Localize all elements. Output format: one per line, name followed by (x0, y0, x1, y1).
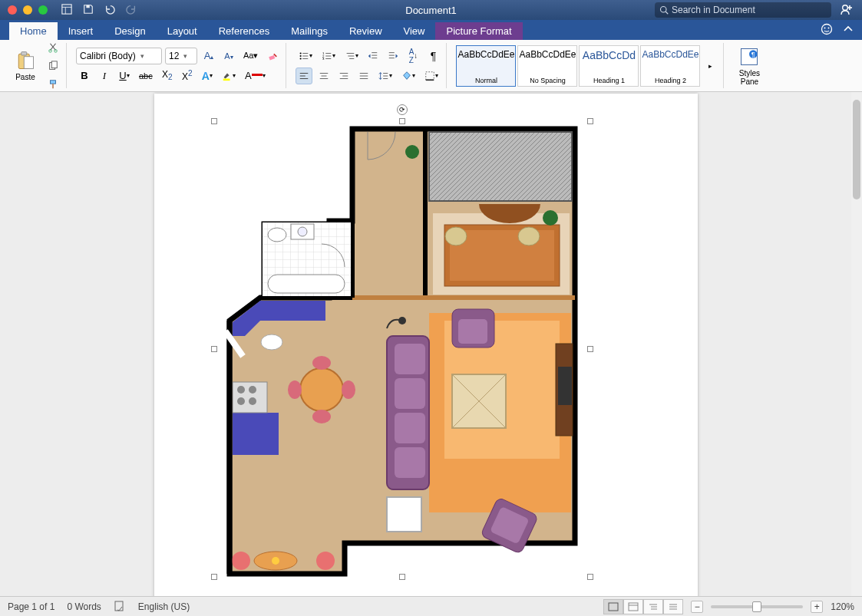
align-left-button[interactable] (296, 68, 312, 84)
svg-rect-20 (52, 84, 54, 88)
selected-image[interactable]: ⟳ (214, 121, 590, 577)
align-right-button[interactable] (335, 68, 352, 84)
style-normal[interactable]: AaBbCcDdEe Normal (456, 45, 516, 87)
shading-button[interactable]: ▾ (398, 68, 418, 84)
svg-rect-120 (115, 601, 123, 611)
scrollbar-thumb[interactable] (853, 100, 860, 199)
style-heading-1[interactable]: AaBbCcDd Heading 1 (579, 45, 639, 87)
svg-point-82 (543, 210, 558, 226)
zoom-in-button[interactable]: + (811, 601, 823, 613)
tab-references[interactable]: References (208, 22, 280, 40)
tab-review[interactable]: Review (339, 22, 393, 40)
line-spacing-button[interactable]: ▾ (375, 68, 395, 84)
tab-layout[interactable]: Layout (157, 22, 208, 40)
svg-point-113 (342, 380, 355, 399)
grow-font-button[interactable]: A▴ (200, 48, 217, 64)
show-marks-button[interactable]: ¶ (424, 48, 441, 64)
svg-point-4 (661, 7, 667, 13)
svg-rect-18 (51, 61, 57, 68)
spellcheck-icon[interactable] (114, 599, 126, 614)
undo-icon[interactable] (104, 4, 115, 17)
shrink-font-button[interactable]: A▾ (220, 48, 237, 64)
tab-design[interactable]: Design (104, 22, 156, 40)
numbering-button[interactable]: 123▾ (319, 48, 339, 64)
strikethrough-button[interactable]: abc (136, 68, 156, 84)
increase-indent-button[interactable] (385, 48, 401, 64)
tab-home[interactable]: Home (9, 22, 58, 40)
sort-button[interactable]: AZ↓ (405, 48, 421, 64)
svg-point-106 (237, 397, 245, 405)
draft-view-button[interactable] (663, 599, 683, 614)
close-window-button[interactable] (8, 5, 17, 15)
superscript-button[interactable]: X2 (179, 68, 196, 84)
clipboard-group: Paste (5, 43, 67, 88)
collapse-ribbon-icon[interactable] (842, 23, 854, 38)
styles-pane-button[interactable]: ¶ Styles Pane (733, 44, 765, 88)
highlight-button[interactable]: ▾ (219, 68, 239, 84)
decrease-indent-button[interactable] (365, 48, 381, 64)
outline-view-button[interactable] (643, 599, 663, 614)
align-center-button[interactable] (315, 68, 332, 84)
search-icon (659, 5, 669, 15)
zoom-level[interactable]: 120% (831, 601, 854, 612)
quick-access-toolbar (61, 4, 137, 17)
svg-rect-103 (233, 382, 267, 413)
search-box[interactable]: Search in Document (655, 2, 831, 18)
svg-point-117 (316, 552, 335, 570)
change-case-button[interactable]: Aa▾ (240, 48, 261, 64)
page-indicator[interactable]: Page 1 of 1 (8, 601, 54, 612)
language-indicator[interactable]: English (US) (138, 601, 190, 612)
svg-point-112 (288, 380, 302, 399)
svg-point-11 (828, 27, 830, 28)
tab-mailings[interactable]: Mailings (280, 22, 339, 40)
redo-icon[interactable] (126, 4, 137, 17)
word-count[interactable]: 0 Words (67, 601, 101, 612)
tab-insert[interactable]: Insert (58, 22, 104, 40)
print-layout-view-button[interactable] (603, 599, 623, 614)
copy-button[interactable] (45, 58, 61, 74)
borders-button[interactable]: ▾ (421, 68, 441, 84)
svg-point-6 (843, 5, 848, 10)
justify-button[interactable] (355, 68, 372, 84)
search-placeholder: Search in Document (672, 5, 755, 15)
minimize-window-button[interactable] (23, 5, 32, 15)
styles-more-button[interactable]: ▸ (702, 45, 718, 87)
svg-rect-102 (233, 413, 279, 455)
ribbon: Paste Calibri (Body)▾ 12▾ A▴ A▾ Aa▾ B I … (0, 40, 862, 92)
feedback-icon[interactable] (821, 23, 833, 38)
svg-point-24 (300, 54, 302, 56)
svg-rect-22 (223, 78, 230, 81)
multilevel-list-button[interactable]: ▾ (342, 48, 362, 64)
maximize-window-button[interactable] (38, 5, 48, 15)
floorplan-image (214, 121, 590, 577)
tab-view[interactable]: View (393, 22, 436, 40)
save-icon[interactable] (83, 4, 94, 17)
rotate-handle[interactable]: ⟳ (397, 104, 408, 115)
document-area[interactable]: ⟳ (0, 92, 851, 596)
bold-button[interactable]: B (76, 68, 93, 84)
font-name-dropdown[interactable]: Calibri (Body)▾ (76, 48, 162, 64)
zoom-slider-thumb[interactable] (752, 601, 761, 612)
style-no-spacing[interactable]: AaBbCcDdEe No Spacing (517, 45, 577, 87)
underline-button[interactable]: U▾ (116, 68, 133, 84)
font-color-button[interactable]: A▾ (242, 68, 269, 84)
italic-button[interactable]: I (96, 68, 113, 84)
paste-button[interactable]: Paste (9, 48, 41, 84)
layout-icon[interactable] (61, 4, 72, 17)
style-heading-2[interactable]: AaBbCcDdEe Heading 2 (640, 45, 700, 87)
text-effects-button[interactable]: A▾ (199, 68, 216, 84)
web-layout-view-button[interactable] (623, 599, 643, 614)
subscript-button[interactable]: X2 (159, 68, 176, 84)
clear-formatting-button[interactable] (264, 48, 281, 64)
zoom-out-button[interactable]: − (691, 601, 703, 613)
share-button[interactable] (841, 3, 853, 18)
font-size-dropdown[interactable]: 12▾ (165, 48, 197, 64)
tab-picture-format[interactable]: Picture Format (435, 22, 522, 40)
cut-button[interactable] (45, 39, 61, 56)
zoom-slider[interactable] (711, 605, 803, 608)
vertical-scrollbar[interactable] (851, 92, 862, 596)
svg-rect-21 (269, 54, 276, 60)
svg-rect-98 (387, 497, 421, 532)
format-painter-button[interactable] (45, 76, 61, 93)
bullets-button[interactable]: ▾ (296, 48, 315, 64)
